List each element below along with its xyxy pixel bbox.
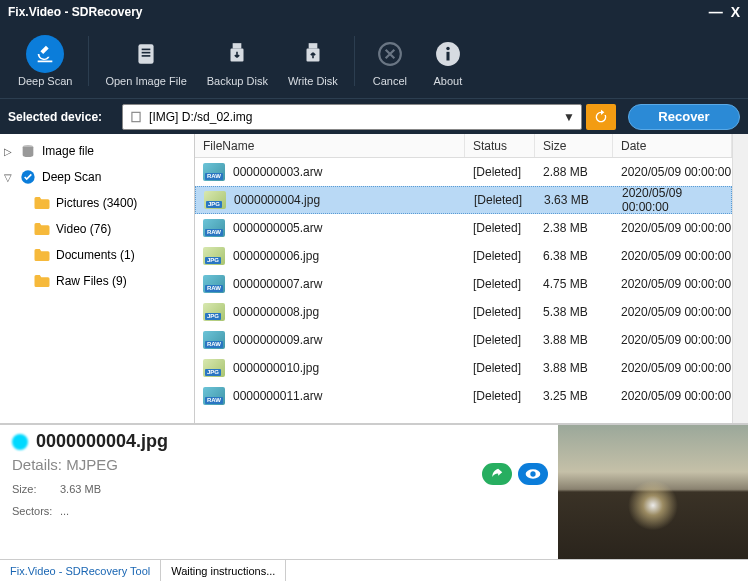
file-thumb-icon: JPG: [203, 359, 225, 377]
toolbar-label: Cancel: [373, 75, 407, 87]
deep-scan-button[interactable]: Deep Scan: [8, 31, 82, 91]
tree-root-deep-scan[interactable]: ▽ Deep Scan: [0, 164, 194, 190]
tree-folder[interactable]: Raw Files (9): [0, 268, 194, 294]
file-size: 4.75 MB: [535, 277, 613, 291]
file-name: 0000000005.arw: [233, 221, 322, 235]
tree-label: Raw Files (9): [56, 274, 127, 288]
preview-image: [558, 425, 748, 559]
collapse-icon[interactable]: ▽: [2, 172, 14, 183]
minimize-button[interactable]: —: [709, 4, 723, 20]
col-filename[interactable]: FileName: [195, 134, 465, 157]
tree-label: Video (76): [56, 222, 111, 236]
file-thumb-icon: JPG: [204, 191, 226, 209]
file-size: 3.88 MB: [535, 361, 613, 375]
meta-sectors-key: Sectors:: [12, 505, 60, 517]
usb-up-icon: [294, 35, 332, 73]
svg-rect-4: [233, 43, 242, 48]
open-image-button[interactable]: Open Image File: [95, 31, 196, 91]
toolbar-label: Open Image File: [105, 75, 186, 87]
file-row[interactable]: RAW0000000003.arw[Deleted]2.88 MB2020/05…: [195, 158, 732, 186]
toolbar-label: Write Disk: [288, 75, 338, 87]
tree-folder[interactable]: Pictures (3400): [0, 190, 194, 216]
check-icon: [18, 167, 38, 187]
file-row[interactable]: JPG0000000004.jpg[Deleted]3.63 MB2020/05…: [195, 186, 732, 214]
tree-label: Image file: [42, 144, 94, 158]
microscope-icon: [26, 35, 64, 73]
status-link[interactable]: Fix.Video - SDRecovery Tool: [0, 560, 161, 581]
file-date: 2020/05/09 00:00:00: [613, 389, 732, 403]
file-pane: FileName Status Size Date RAW0000000003.…: [195, 134, 732, 423]
col-size[interactable]: Size: [535, 134, 613, 157]
backup-disk-button[interactable]: Backup Disk: [197, 31, 278, 91]
preview-title: 0000000004.jpg: [12, 431, 546, 452]
share-icon: [490, 467, 504, 481]
tree-folder[interactable]: Documents (1): [0, 242, 194, 268]
file-size: 2.88 MB: [535, 165, 613, 179]
refresh-button[interactable]: [586, 104, 616, 130]
eye-icon: [525, 468, 541, 480]
device-value: [IMG] D:/sd_02.img: [149, 110, 252, 124]
file-date: 2020/05/09 00:00:00: [613, 165, 732, 179]
disk-icon: [18, 141, 38, 161]
recover-button[interactable]: Recover: [628, 104, 740, 130]
preview-codec: Details: MJPEG: [12, 456, 546, 473]
status-dot-icon: [12, 434, 28, 450]
cancel-icon: [371, 35, 409, 73]
svg-point-17: [530, 471, 535, 476]
file-row[interactable]: JPG0000000006.jpg[Deleted]6.38 MB2020/05…: [195, 242, 732, 270]
titlebar: Fix.Video - SDRecovery — X: [0, 0, 748, 24]
file-row[interactable]: JPG0000000010.jpg[Deleted]3.88 MB2020/05…: [195, 354, 732, 382]
file-size: 3.25 MB: [535, 389, 613, 403]
file-status: [Deleted]: [465, 361, 535, 375]
file-row[interactable]: RAW0000000009.arw[Deleted]3.88 MB2020/05…: [195, 326, 732, 354]
file-name: 0000000007.arw: [233, 277, 322, 291]
file-name: 0000000008.jpg: [233, 305, 319, 319]
tree-root-image-file[interactable]: ▷ Image file: [0, 138, 194, 164]
tree-folder[interactable]: Video (76): [0, 216, 194, 242]
file-date: 2020/05/09 00:00:00: [613, 361, 732, 375]
col-date[interactable]: Date: [613, 134, 732, 157]
file-row[interactable]: RAW0000000005.arw[Deleted]2.38 MB2020/05…: [195, 214, 732, 242]
scrollbar[interactable]: [732, 134, 748, 423]
file-thumb-icon: RAW: [203, 163, 225, 181]
folder-icon: [32, 219, 52, 239]
preview-details: 0000000004.jpg Details: MJPEG Size: 3.63…: [0, 425, 558, 559]
svg-rect-13: [133, 112, 140, 120]
file-name: 0000000010.jpg: [233, 361, 319, 375]
svg-point-10: [446, 47, 449, 50]
file-status: [Deleted]: [465, 277, 535, 291]
col-status[interactable]: Status: [465, 134, 535, 157]
file-size: 3.63 MB: [536, 193, 614, 207]
export-button[interactable]: [482, 463, 512, 485]
preview-pane: 0000000004.jpg Details: MJPEG Size: 3.63…: [0, 424, 748, 559]
view-button[interactable]: [518, 463, 548, 485]
tree-label: Documents (1): [56, 248, 135, 262]
file-status: [Deleted]: [465, 389, 535, 403]
file-date: 2020/05/09 00:00:00: [613, 305, 732, 319]
close-button[interactable]: X: [731, 4, 740, 20]
cancel-button[interactable]: Cancel: [361, 31, 419, 91]
meta-sectors-val: ...: [60, 505, 69, 517]
tree-label: Deep Scan: [42, 170, 101, 184]
folder-icon: [32, 245, 52, 265]
write-disk-button[interactable]: Write Disk: [278, 31, 348, 91]
file-row[interactable]: JPG0000000008.jpg[Deleted]5.38 MB2020/05…: [195, 298, 732, 326]
preview-thumbnail: [558, 425, 748, 559]
main-toolbar: Deep Scan Open Image File Backup Disk Wr…: [0, 24, 748, 98]
file-size: 3.88 MB: [535, 333, 613, 347]
expand-icon[interactable]: ▷: [2, 146, 14, 157]
preview-filename: 0000000004.jpg: [36, 431, 168, 452]
about-button[interactable]: About: [419, 31, 477, 91]
file-row[interactable]: RAW0000000011.arw[Deleted]3.25 MB2020/05…: [195, 382, 732, 410]
file-date: 2020/05/09 00:00:00: [613, 333, 732, 347]
recover-label: Recover: [658, 109, 709, 124]
file-name: 0000000009.arw: [233, 333, 322, 347]
svg-rect-11: [446, 52, 449, 61]
file-status: [Deleted]: [466, 193, 536, 207]
folder-icon: [32, 271, 52, 291]
file-row[interactable]: RAW0000000007.arw[Deleted]4.75 MB2020/05…: [195, 270, 732, 298]
device-selector[interactable]: [IMG] D:/sd_02.img ▼: [122, 104, 582, 130]
file-thumb-icon: RAW: [203, 387, 225, 405]
tree-label: Pictures (3400): [56, 196, 137, 210]
main-area: ▷ Image file ▽ Deep Scan Pictures (3400)…: [0, 134, 748, 424]
